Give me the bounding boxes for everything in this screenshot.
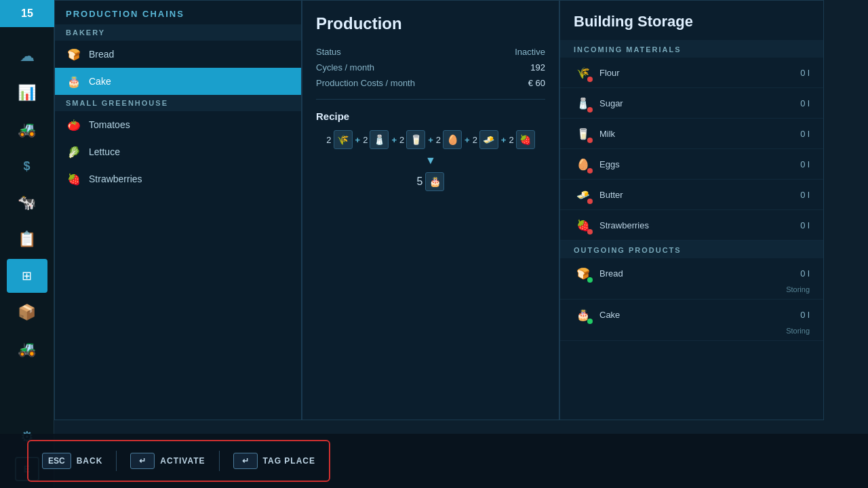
sidebar: 15 ☁ 📊 🚜 $ 🐄 📋 ⊞ 📦 🚜 ⚙ E xyxy=(0,0,54,488)
list-item-bread[interactable]: 🍞 Bread xyxy=(55,41,301,68)
sidebar-item-money[interactable]: $ xyxy=(7,149,47,183)
sugar-storage-icon: 🧂 xyxy=(574,94,593,113)
strawberries-icon: 🍓 xyxy=(66,171,82,187)
costs-row: Production Costs / month € 60 xyxy=(316,78,545,88)
sidebar-item-animals[interactable]: 🐄 xyxy=(7,186,47,220)
butter-recipe-icon: 🧈 xyxy=(479,130,498,149)
bottom-bar: ESC BACK ↵ ACTIVATE ↵ TAG PLACE xyxy=(0,434,868,488)
cake-out-row: 🎂 Cake 0 l xyxy=(560,300,823,327)
cake-out-icon: 🎂 xyxy=(574,305,593,324)
lettuce-icon: 🥬 xyxy=(66,144,82,160)
cycles-row: Cycles / month 192 xyxy=(316,62,545,73)
list-item-cake[interactable]: 🎂 Cake xyxy=(55,68,301,95)
output-row: 5 🎂 xyxy=(316,172,545,191)
eggs-recipe-icon: 🥚 xyxy=(443,130,462,149)
production-title: Production xyxy=(316,14,545,33)
strawberry-recipe-icon: 🍓 xyxy=(516,130,535,149)
recipe-item-butter: 2 🧈 xyxy=(473,130,498,149)
tomatoes-icon: 🍅 xyxy=(66,117,82,133)
list-item-tomatoes[interactable]: 🍅 Tomatoes xyxy=(55,111,301,138)
list-item-lettuce[interactable]: 🥬 Lettuce xyxy=(55,138,301,165)
eggs-storage-icon: 🥚 xyxy=(574,155,593,174)
section-greenhouse: SMALL GREENHOUSE xyxy=(55,95,301,111)
sidebar-item-production[interactable]: ⊞ xyxy=(7,259,47,293)
recipe-row: 2 🌾 + 2 🧂 + 2 🥛 + 2 🥚 + 2 🧈 + xyxy=(316,130,545,149)
recipe-item-flour: 2 🌾 xyxy=(326,130,352,149)
sidebar-item-tractor2[interactable]: 🚜 xyxy=(7,332,47,366)
activate-label: ACTIVATE xyxy=(160,456,205,466)
status-value: Inactive xyxy=(515,47,545,57)
recipe-item-sugar: 2 🧂 xyxy=(363,130,389,149)
storage-item-cake-out: 🎂 Cake 0 l Storing xyxy=(560,300,823,341)
tag-label: TAG PLACE xyxy=(263,456,315,466)
back-label: BACK xyxy=(77,456,103,466)
incoming-materials-label: INCOMING MATERIALS xyxy=(560,40,823,58)
bread-storing-label: Storing xyxy=(560,285,823,300)
butter-storage-icon: 🧈 xyxy=(574,185,593,204)
strawberries-storage-icon: 🍓 xyxy=(574,216,593,235)
recipe-arrow: ▼ xyxy=(316,155,545,167)
status-row: Status Inactive xyxy=(316,47,545,57)
divider xyxy=(316,99,545,100)
list-item-strawberries[interactable]: 🍓 Strawberries xyxy=(55,165,301,192)
esc-key[interactable]: ESC xyxy=(42,453,71,469)
storage-item-milk: 🥛 Milk 0 l xyxy=(560,119,823,149)
production-panel: Production Status Inactive Cycles / mont… xyxy=(302,0,559,420)
key-group: ESC BACK ↵ ACTIVATE ↵ TAG PLACE xyxy=(27,440,330,482)
cake-icon: 🎂 xyxy=(66,73,82,89)
milk-storage-icon: 🥛 xyxy=(574,124,593,143)
milk-recipe-icon: 🥛 xyxy=(406,130,425,149)
building-storage-title: Building Storage xyxy=(560,1,823,40)
separator-2 xyxy=(219,451,220,471)
main-content: PRODUCTION CHAINS BAKERY 🍞 Bread 🎂 Cake … xyxy=(54,0,868,488)
sidebar-item-tasks[interactable]: 📋 xyxy=(7,222,47,256)
counter-badge: 15 xyxy=(0,0,54,27)
recipe-item-milk: 2 🥛 xyxy=(399,130,425,149)
storage-item-bread-out: 🍞 Bread 0 l Storing xyxy=(560,258,823,300)
storage-item-strawberries-in: 🍓 Strawberries 0 l xyxy=(560,210,823,241)
activate-key[interactable]: ↵ xyxy=(130,453,155,469)
recipe-item-strawberry: 2 🍓 xyxy=(509,130,534,149)
recipe-title: Recipe xyxy=(316,110,545,122)
section-bakery: BAKERY xyxy=(55,24,301,41)
separator-1 xyxy=(116,451,117,471)
bread-out-icon: 🍞 xyxy=(574,264,593,283)
tag-key[interactable]: ↵ xyxy=(233,453,258,469)
outgoing-products-label: OUTGOING PRODUCTS xyxy=(560,241,823,258)
sidebar-item-tractor[interactable]: 🚜 xyxy=(7,113,47,146)
sidebar-item-weather[interactable]: ☁ xyxy=(7,39,47,73)
prod-chains-panel: PRODUCTION CHAINS BAKERY 🍞 Bread 🎂 Cake … xyxy=(54,0,302,420)
flour-storage-icon: 🌾 xyxy=(574,63,593,82)
sidebar-item-storage[interactable]: 📦 xyxy=(7,296,47,329)
storage-item-eggs: 🥚 Eggs 0 l xyxy=(560,149,823,180)
cake-storing-label: Storing xyxy=(560,327,823,341)
bread-icon: 🍞 xyxy=(66,46,82,62)
bread-out-row: 🍞 Bread 0 l xyxy=(560,258,823,285)
prod-chains-title: PRODUCTION CHAINS xyxy=(55,1,301,24)
storage-item-butter: 🧈 Butter 0 l xyxy=(560,180,823,210)
cake-output-icon: 🎂 xyxy=(425,172,444,191)
building-storage-panel: Building Storage INCOMING MATERIALS 🌾 Fl… xyxy=(559,0,824,420)
sugar-recipe-icon: 🧂 xyxy=(370,130,389,149)
storage-item-flour: 🌾 Flour 0 l xyxy=(560,58,823,88)
storage-item-sugar: 🧂 Sugar 0 l xyxy=(560,88,823,119)
recipe-item-eggs: 2 🥚 xyxy=(436,130,462,149)
sidebar-item-stats[interactable]: 📊 xyxy=(7,76,47,110)
flour-recipe-icon: 🌾 xyxy=(334,130,353,149)
